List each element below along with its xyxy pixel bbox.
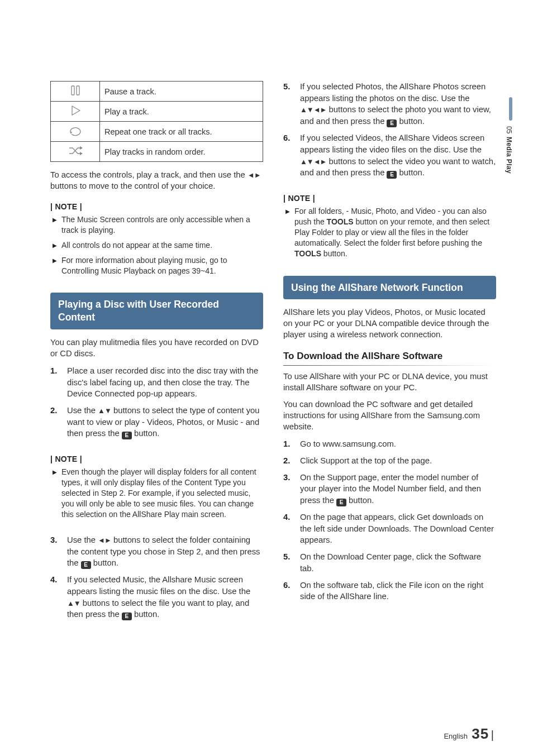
left-right-arrows-icon: ◄► <box>98 535 111 546</box>
note-item: For all folders, - Music, Photo, and Vid… <box>283 206 496 259</box>
right-column: If you selected Photos, the AllShare Pho… <box>283 81 496 722</box>
enter-icon: E <box>122 432 132 439</box>
control-desc: Pause a track. <box>100 82 263 102</box>
step-item: Use the ▲▼ buttons to select the type of… <box>50 405 263 439</box>
svg-rect-1 <box>77 86 79 95</box>
step-item: Use the ◄► buttons to select the folder … <box>50 534 263 569</box>
note-item: The Music Screen controls are only acces… <box>50 214 263 236</box>
footer-lang: English <box>444 732 468 740</box>
step-item: On the software tab, click the File icon… <box>283 580 496 602</box>
note-header: | NOTE | <box>50 202 263 211</box>
access-text: To access the controls, play a track, an… <box>50 170 263 192</box>
shuffle-icon <box>51 142 100 162</box>
section-intro: AllShare lets you play Videos, Photos, o… <box>283 307 496 341</box>
steps-list: Place a user recorded disc into the disc… <box>50 365 263 445</box>
step-item: On the Support page, enter the model num… <box>283 472 496 506</box>
steps-list-cont-right: If you selected Photos, the AllShare Pho… <box>283 81 496 184</box>
download-steps: Go to www.samsung.com. Click Support at … <box>283 438 496 607</box>
left-column: Pause a track. Play a track. Repeat one … <box>50 81 263 722</box>
note-item: For more information about playing music… <box>50 255 263 276</box>
table-row: Pause a track. <box>51 82 263 102</box>
tools-label: TOOLS <box>294 249 321 258</box>
note-header: | NOTE | <box>50 454 263 463</box>
left-right-arrows-icon: ◄► <box>248 170 261 180</box>
notes-list: For all folders, - Music, Photo, and Vid… <box>283 206 496 263</box>
step-item: Place a user recorded disc into the disc… <box>50 365 263 400</box>
note-item: All controls do not appear at the same t… <box>50 240 263 251</box>
table-row: Repeat one track or all tracks. <box>51 122 263 142</box>
enter-icon: E <box>336 499 346 506</box>
step-item: Go to www.samsung.com. <box>283 438 496 450</box>
step-item: On the page that appears, click Get down… <box>283 511 496 546</box>
controls-table: Pause a track. Play a track. Repeat one … <box>50 81 263 162</box>
control-desc: Play a track. <box>100 102 263 122</box>
enter-icon: E <box>81 561 91 569</box>
note-item: Even though the player will display fold… <box>50 467 263 519</box>
section-intro: You can play mulitmedia files you have r… <box>50 337 263 360</box>
up-down-arrows-icon: ▲▼ <box>98 406 111 416</box>
step-item: If you selected Photos, the AllShare Pho… <box>283 81 496 127</box>
notes-list: Even though the player will display fold… <box>50 467 263 524</box>
step-item: Click Support at the top of the page. <box>283 455 496 467</box>
subheading: To Download the AllShare Software <box>283 351 496 362</box>
pause-icon <box>51 82 100 102</box>
page-number: 35 <box>472 725 489 742</box>
enter-icon: E <box>387 119 397 127</box>
step-item: On the Download Center page, click the S… <box>283 551 496 574</box>
enter-icon: E <box>122 613 132 620</box>
table-row: Play a track. <box>51 102 263 122</box>
up-down-arrows-icon: ▲▼ <box>67 599 80 609</box>
subheading-underline <box>283 365 496 366</box>
sub-intro: You can download the PC software and get… <box>283 399 496 433</box>
control-desc: Play tracks in random order. <box>100 142 263 162</box>
enter-icon: E <box>387 171 397 179</box>
repeat-icon <box>51 122 100 142</box>
step-item: If you selected Music, the Allshare Musi… <box>50 574 263 620</box>
section-heading: Using the AllShare Network Function <box>283 276 496 300</box>
note-header: | NOTE | <box>283 194 496 203</box>
play-icon <box>51 102 100 122</box>
footer-bar: | <box>491 729 494 741</box>
all-arrows-icon: ▲▼◄► <box>300 105 326 115</box>
table-row: Play tracks in random order. <box>51 142 263 162</box>
control-desc: Repeat one track or all tracks. <box>100 122 263 142</box>
page-footer: English 35 | <box>0 725 533 743</box>
notes-list: The Music Screen controls are only acces… <box>50 214 263 280</box>
section-heading: Playing a Disc with User Recorded Conten… <box>50 293 263 329</box>
step-item: If you selected Videos, the AllShare Vid… <box>283 132 496 179</box>
all-arrows-icon: ▲▼◄► <box>300 157 326 167</box>
svg-rect-0 <box>72 86 74 95</box>
sub-intro: To use AllShare with your PC or DLNA dev… <box>283 371 496 394</box>
steps-list-cont: Use the ◄► buttons to select the folder … <box>50 534 263 626</box>
tools-label: TOOLS <box>327 217 354 226</box>
